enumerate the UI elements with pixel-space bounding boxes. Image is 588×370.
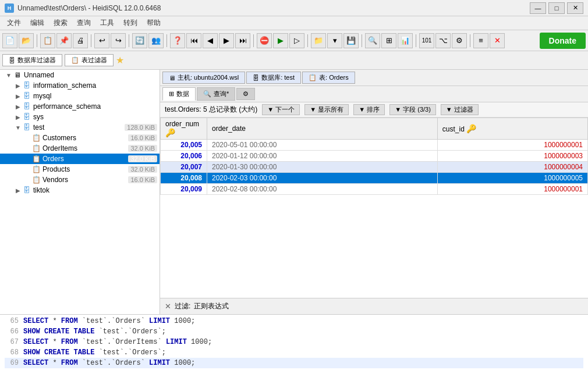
star-icon[interactable]: ★	[116, 55, 124, 66]
toolbar-run[interactable]: ▶	[273, 33, 288, 48]
toolbar-print[interactable]: 🖨	[73, 33, 88, 48]
expand-icon: ▶	[14, 104, 22, 110]
sql-line[interactable]: 67SELECT * FROM `test`.`OrderItems` LIMI…	[5, 337, 583, 347]
col-header-order_num[interactable]: order_num 🔑	[161, 118, 207, 140]
tab-host[interactable]: 🖥 主机: ubuntu2004.wsl	[162, 72, 245, 84]
toolbar-grid[interactable]: ⊞	[381, 33, 396, 48]
toolbar-save[interactable]: 💾	[343, 33, 359, 48]
sidebar-item-customers[interactable]: 📋 Customers 16.0 KiB	[0, 133, 160, 143]
tab-database[interactable]: 🗄 数据库: test	[246, 72, 301, 84]
toolbar-prev[interactable]: ◀	[203, 33, 218, 48]
sidebar-item-information_schema[interactable]: ▶ 🗄 information_schema	[0, 80, 160, 91]
toolbar-undo[interactable]: ↩	[94, 33, 109, 48]
tab-data[interactable]: ⊞ 数据	[162, 87, 196, 101]
maximize-button[interactable]: □	[548, 2, 565, 14]
toolbar-chart[interactable]: 📊	[398, 33, 413, 48]
toolbar-help[interactable]: ❓	[170, 33, 185, 48]
toolbar-next[interactable]: ▶	[219, 33, 234, 48]
table-row[interactable]: 20,0082020-02-03 00:00:001000000005	[161, 173, 588, 184]
col-header-order_date[interactable]: order_date	[207, 118, 438, 140]
fields-button[interactable]: ▼ 字段 (3/3)	[389, 104, 436, 115]
sidebar-label-orderitems: OrderItems	[42, 144, 128, 152]
menu-help[interactable]: 帮助	[142, 17, 165, 29]
sidebar-item-tiktok[interactable]: ▶ 🗄 tiktok	[0, 185, 160, 195]
table-row[interactable]: 20,0072020-01-30 00:00:001000000004	[161, 162, 588, 173]
toolbar-code[interactable]: ⌥	[435, 33, 451, 48]
tab-settings[interactable]: ⚙	[236, 88, 255, 100]
tab-table[interactable]: 📋 表: Orders	[302, 72, 355, 84]
menu-search[interactable]: 搜索	[49, 17, 72, 29]
menu-edit[interactable]: 编辑	[26, 17, 49, 29]
toolbar-stop[interactable]: ⛔	[257, 33, 272, 48]
sep4	[167, 34, 167, 47]
expand-icon: ▼	[14, 124, 22, 131]
close-button[interactable]: ✕	[567, 2, 583, 14]
sql-line[interactable]: 68SHOW CREATE TABLE `test`.`Orders`;	[5, 347, 583, 358]
sql-text: SHOW CREATE TABLE `test`.`Orders`;	[23, 326, 166, 337]
toolbar-redo[interactable]: ↪	[111, 33, 126, 48]
filter-button[interactable]: ▼ 过滤器	[441, 104, 479, 115]
tab-query-label: 查询*	[214, 90, 229, 98]
sql-line[interactable]: 69SELECT * FROM `test`.`Orders` LIMIT 10…	[5, 358, 583, 368]
toolbar-folder[interactable]: 📁	[311, 33, 326, 48]
sidebar-label-orders: Orders	[42, 155, 128, 163]
menu-file[interactable]: 文件	[2, 17, 26, 29]
sidebar-item-products[interactable]: 📋 Products 32.0 KiB	[0, 164, 160, 175]
toolbar-refresh[interactable]: 🔄	[132, 33, 147, 48]
menu-query[interactable]: 查询	[72, 17, 95, 29]
table-row[interactable]: 20,0062020-01-12 00:00:001000000003	[161, 151, 588, 162]
sidebar-item-orderitems[interactable]: 📋 OrderItems 32.0 KiB	[0, 143, 160, 154]
next-button[interactable]: ▼ 下一个	[262, 104, 300, 115]
table-row[interactable]: 20,0092020-02-08 00:00:001000000001	[161, 184, 588, 195]
filter-label: 过滤:	[175, 301, 190, 311]
toolbar-binary[interactable]: 101	[419, 33, 434, 48]
toolbar-misc[interactable]: ≡	[473, 33, 488, 48]
expand-icon: ▶	[14, 187, 22, 194]
toolbar-settings[interactable]: ⚙	[452, 33, 467, 48]
line-number: 69	[5, 358, 19, 368]
menu-bar: 文件 编辑 搜索 查询 工具 转到 帮助	[0, 16, 588, 30]
minimize-button[interactable]: —	[530, 2, 546, 14]
toolbar-paste[interactable]: 📌	[56, 33, 72, 48]
sidebar: ▼ 🖥 Unnamed ▶ 🗄 information_schema ▶ 🗄 m…	[0, 70, 160, 314]
sort-button[interactable]: ▼ 排序	[353, 104, 385, 115]
sidebar-item-mysql[interactable]: ▶ 🗄 mysql	[0, 91, 160, 101]
filter-close-icon[interactable]: ✕	[165, 302, 171, 311]
sidebar-item-unnamed[interactable]: ▼ 🖥 Unnamed	[0, 70, 160, 80]
sql-editor[interactable]: 65SELECT * FROM `test`.`Orders` LIMIT 10…	[0, 314, 588, 370]
table-icon: 📋	[31, 175, 41, 184]
tab-database-label: 数据库: test	[261, 73, 295, 82]
sidebar-label-vendors: Vendors	[42, 176, 128, 184]
sidebar-item-vendors[interactable]: 📋 Vendors 16.0 KiB	[0, 175, 160, 185]
sidebar-item-test[interactable]: ▼ 🗄 test 128.0 KiB	[0, 122, 160, 133]
toolbar-dropdown[interactable]: ▾	[327, 33, 342, 48]
toolbar-close[interactable]: ✕	[490, 33, 505, 48]
sidebar-item-orders[interactable]: 📋 Orders 32.0 KiB	[0, 154, 160, 164]
tab-query[interactable]: 🔍 查询*	[197, 87, 235, 101]
db-filter-tab[interactable]: 🗄 数据库过滤器	[2, 54, 62, 66]
toolbar-first[interactable]: ⏮	[186, 33, 201, 48]
sidebar-item-sys[interactable]: ▶ 🗄 sys	[0, 112, 160, 122]
toolbar-search[interactable]: 🔍	[365, 33, 380, 48]
cell-order_date: 2020-02-03 00:00:00	[207, 173, 438, 184]
toolbar-open[interactable]: 📂	[19, 33, 34, 48]
toolbar-new[interactable]: 📄	[2, 33, 17, 48]
toolbar-users[interactable]: 👥	[148, 33, 164, 48]
menu-goto[interactable]: 转到	[119, 17, 142, 29]
cell-cust_id: 1000000004	[437, 162, 587, 173]
show-all-button[interactable]: ▼ 显示所有	[304, 104, 349, 115]
donate-button[interactable]: Donate	[540, 33, 586, 49]
toolbar-last[interactable]: ⏭	[235, 33, 250, 48]
menu-tools[interactable]: 工具	[95, 17, 119, 29]
table-filter-tab[interactable]: 📋 表过滤器	[65, 54, 114, 66]
sql-line[interactable]: 65SELECT * FROM `test`.`Orders` LIMIT 10…	[5, 316, 583, 326]
main-area: ▼ 🖥 Unnamed ▶ 🗄 information_schema ▶ 🗄 m…	[0, 70, 588, 314]
sidebar-item-performance_schema[interactable]: ▶ 🗄 performance_schema	[0, 101, 160, 112]
toolbar-run2[interactable]: ▷	[289, 33, 304, 48]
col-header-cust_id[interactable]: cust_id 🔑	[437, 118, 587, 140]
sql-text: SHOW CREATE TABLE `test`.`Orders`;	[23, 347, 166, 358]
table-row[interactable]: 20,0052020-05-01 00:00:001000000001	[161, 140, 588, 151]
sql-line[interactable]: 66SHOW CREATE TABLE `test`.`Orders`;	[5, 326, 583, 337]
toolbar-copy[interactable]: 📋	[40, 33, 55, 48]
host-icon: 🖥	[169, 74, 175, 81]
